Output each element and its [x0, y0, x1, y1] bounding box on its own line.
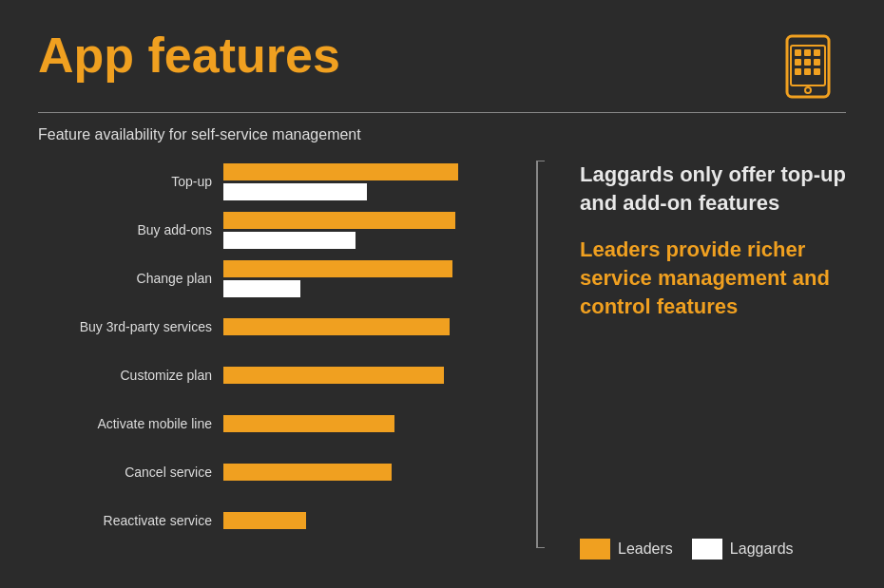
svg-rect-4 — [814, 49, 820, 56]
chart-row: Reactivate service — [38, 500, 532, 541]
bar-laggards — [223, 280, 300, 297]
row-label: Cancel service — [38, 465, 223, 481]
chart-row: Buy add-ons — [38, 209, 532, 251]
main-content: Top-upBuy add-onsChange planBuy 3rd-part… — [38, 161, 846, 560]
bars-container — [223, 403, 532, 445]
svg-rect-5 — [795, 59, 801, 66]
divider — [38, 112, 846, 113]
chart-section: Top-upBuy add-onsChange planBuy 3rd-part… — [38, 161, 532, 560]
bar-leaders — [223, 163, 458, 180]
bar-laggards — [223, 183, 367, 200]
bar-leaders — [223, 464, 392, 481]
chart-row: Change plan — [38, 257, 532, 299]
bar-leaders — [223, 415, 394, 432]
bars-container — [223, 451, 532, 493]
row-label: Top-up — [38, 174, 223, 190]
bars-container — [223, 306, 532, 348]
chart-subtitle: Feature availability for self-service ma… — [38, 126, 846, 143]
bar-leaders — [223, 367, 444, 384]
legend-label-laggards: Laggards — [730, 541, 794, 558]
page-title: App features — [38, 28, 340, 83]
bars-container — [223, 161, 532, 202]
svg-rect-7 — [814, 59, 820, 66]
bars-container — [223, 209, 532, 251]
chart-row: Buy 3rd-party services — [38, 306, 532, 348]
svg-point-11 — [805, 87, 811, 93]
legend-color-leaders — [580, 539, 610, 560]
bar-leaders — [223, 512, 306, 529]
row-label: Buy add-ons — [38, 222, 223, 238]
bracket-svg — [532, 161, 551, 548]
chart-row: Activate mobile line — [38, 403, 532, 445]
annotation-bottom: Leaders provide richer service managemen… — [580, 236, 846, 320]
bracket-container — [532, 161, 551, 560]
right-panel: Laggards only offer top-up and add-on fe… — [551, 161, 846, 560]
svg-rect-8 — [795, 68, 801, 75]
svg-rect-6 — [804, 59, 811, 66]
row-label: Change plan — [38, 271, 223, 287]
row-label: Customize plan — [38, 368, 223, 384]
svg-rect-2 — [795, 49, 801, 56]
bars-container — [223, 257, 532, 299]
chart-row: Cancel service — [38, 451, 532, 493]
row-label: Buy 3rd-party services — [38, 319, 223, 335]
page-container: App features Fea — [0, 0, 884, 588]
legend-item-laggards: Laggards — [692, 539, 794, 560]
svg-rect-3 — [804, 49, 811, 56]
bar-leaders — [223, 260, 452, 277]
mobile-icon — [770, 28, 846, 104]
bar-laggards — [223, 232, 356, 249]
chart-row: Customize plan — [38, 354, 532, 396]
annotation-top: Laggards only offer top-up and add-on fe… — [580, 161, 846, 217]
svg-rect-10 — [814, 68, 820, 75]
row-label: Reactivate service — [38, 513, 223, 529]
bar-leaders — [223, 212, 455, 229]
bars-container — [223, 354, 532, 396]
legend-label-leaders: Leaders — [618, 541, 673, 558]
bar-leaders — [223, 318, 450, 335]
legend-color-laggards — [692, 539, 722, 560]
legend-item-leaders: Leaders — [580, 539, 673, 560]
svg-rect-9 — [804, 68, 811, 75]
legend: Leaders Laggards — [580, 539, 846, 560]
row-label: Activate mobile line — [38, 416, 223, 432]
chart-row: Top-up — [38, 161, 532, 202]
bars-container — [223, 500, 532, 541]
header-section: App features — [38, 28, 846, 104]
